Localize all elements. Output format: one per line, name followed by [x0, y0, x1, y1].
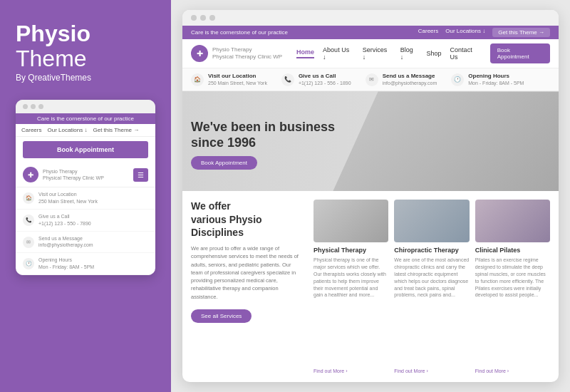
info-hours: 🕐 Opening Hours Mon - Friday: 8AM - 5PM — [451, 73, 524, 86]
nav-shop[interactable]: Shop — [427, 50, 442, 57]
desktop-browser-bar — [182, 10, 559, 26]
desktop-dot-3 — [209, 15, 215, 21]
dot-1 — [23, 104, 28, 109]
mobile-notice-bar: Care is the cornerstone of our practice — [16, 113, 155, 124]
desktop-dot-1 — [191, 15, 197, 21]
desktop-notice-links[interactable]: Careers Our Locations ↓ Get this Theme → — [418, 28, 550, 37]
service-text-0: Physical therapy is one of the major ser… — [314, 257, 388, 366]
content-heading: We offer various Physio Disciplines — [191, 200, 302, 239]
service-title-2: Clinical Pilates — [475, 247, 550, 254]
mobile-logo-row: ✚ Physio Therapy Physical Therapy Clinic… — [16, 163, 155, 187]
desktop-dot-2 — [200, 15, 206, 21]
desktop-logo-icon: ✚ — [191, 45, 208, 62]
nav-about[interactable]: About Us ↓ — [323, 46, 354, 61]
desktop-nav-links: Home About Us ↓ Services ↓ Blog ↓ Shop C… — [296, 43, 550, 63]
mobile-logo-text: Physio Therapy Physical Therapy Clinic W… — [43, 168, 104, 181]
desktop-logo: ✚ Physio Therapy Physical Therapy Clinic… — [191, 45, 282, 62]
left-panel: Physio Theme By QreativeThemes Care is t… — [0, 0, 171, 392]
service-card-0: Physical Therapy Physical therapy is one… — [314, 200, 388, 373]
desktop-main-content: We offer various Physio Disciplines We a… — [182, 191, 559, 382]
info-phone-text: Give us a Call +1(12) 123 - 556 - 1890 — [299, 73, 351, 86]
email-icon: ✉ — [23, 237, 34, 248]
desktop-notice-bar: Care is the cornerstone of our practice … — [182, 26, 559, 39]
service-img-2 — [475, 200, 550, 242]
location-icon: 🏠 — [23, 192, 34, 204]
mobile-logo-left: ✚ Physio Therapy Physical Therapy Clinic… — [23, 167, 104, 182]
mobile-nav-locations[interactable]: Our Locations ↓ — [47, 127, 87, 133]
find-out-more-2[interactable]: Find out More › — [475, 368, 550, 373]
find-out-more-0[interactable]: Find out More › — [314, 368, 388, 373]
desktop-book-button[interactable]: Book Appointment — [490, 43, 550, 63]
brand-byline: By QreativeThemes — [16, 73, 155, 83]
mobile-info-location: 🏠 Visit our Location 250 Main Street, Ne… — [16, 187, 155, 210]
info-hours-icon: 🕐 — [451, 73, 464, 86]
mobile-top-bar — [16, 100, 155, 113]
find-out-more-1[interactable]: Find out More › — [394, 368, 469, 373]
brand-block: Physio Theme By QreativeThemes — [16, 21, 155, 90]
phone-icon: 📞 — [23, 215, 34, 226]
hero-heading: We've been in business since 1996 — [191, 120, 335, 150]
desktop-notice-text: Care is the cornerstone of our practice — [191, 29, 288, 36]
hero-book-button[interactable]: Book Appointment — [191, 156, 257, 170]
desktop-info-bar: 🏠 Visit our Location 250 Main Street, Ne… — [182, 68, 559, 91]
service-card-1: Chiropractic Therapy We are one of the m… — [394, 200, 469, 373]
mobile-nav-bar[interactable]: Careers Our Locations ↓ Get this Theme → — [16, 124, 155, 137]
mobile-book-button[interactable]: Book Appointment — [23, 141, 148, 158]
info-location-text: Visit our Location 250 Main Street, New … — [208, 73, 267, 86]
desktop-hero: We've been in business since 1996 Book A… — [182, 91, 559, 191]
brand-title: Physio Theme — [16, 21, 155, 71]
content-left: We offer various Physio Disciplines We a… — [182, 191, 311, 382]
mobile-nav-careers[interactable]: Careers — [21, 127, 41, 133]
info-phone: 📞 Give us a Call +1(12) 123 - 556 - 1890 — [281, 73, 351, 86]
email-text: Send us a Message info@physiotherapy.com — [38, 235, 93, 249]
mobile-hamburger-icon[interactable]: ☰ — [133, 168, 148, 182]
mobile-info-email: ✉ Send us a Message info@physiotherapy.c… — [16, 232, 155, 254]
right-panel: Care is the cornerstone of our practice … — [171, 0, 570, 392]
mobile-info-hours: 🕐 Opening Hours Mon - Friday: 8AM - 5PM — [16, 253, 155, 275]
desktop-nav: ✚ Physio Therapy Physical Therapy Clinic… — [182, 39, 559, 68]
dot-3 — [38, 104, 43, 109]
service-img-1 — [394, 200, 469, 242]
clock-icon: 🕐 — [23, 258, 34, 269]
service-text-1: We are one of the most advanced chiropra… — [394, 257, 469, 366]
notice-careers[interactable]: Careers — [418, 28, 438, 37]
hero-text: We've been in business since 1996 Book A… — [191, 120, 335, 170]
service-cards: Physical Therapy Physical therapy is one… — [311, 191, 559, 382]
nav-contact[interactable]: Contact Us — [450, 46, 482, 61]
dot-2 — [31, 104, 36, 109]
service-text-2: Pilates is an exercise regime designed t… — [475, 257, 550, 366]
info-email: ✉ Send us a Message info@physiotherapy.c… — [366, 73, 437, 86]
mobile-info-phone: 📞 Give us a Call +1(12) 123 - 550 - 7890 — [16, 210, 155, 232]
content-description: We are proud to offer a wide range of co… — [191, 244, 302, 301]
info-location-icon: 🏠 — [191, 73, 204, 86]
phone-text: Give us a Call +1(12) 123 - 550 - 7890 — [38, 213, 91, 227]
service-title-0: Physical Therapy — [314, 247, 388, 254]
nav-services[interactable]: Services ↓ — [363, 46, 392, 61]
service-title-1: Chiropractic Therapy — [394, 247, 469, 254]
info-location: 🏠 Visit our Location 250 Main Street, Ne… — [191, 73, 267, 86]
nav-blog[interactable]: Blog ↓ — [400, 46, 418, 61]
desktop-mockup: Care is the cornerstone of our practice … — [182, 10, 559, 382]
desktop-logo-text: Physio Therapy Physical Therapy Clinic W… — [212, 46, 282, 61]
hours-text: Opening Hours Mon - Friday: 8AM - 5PM — [38, 257, 94, 271]
mobile-mockup: Care is the cornerstone of our practice … — [16, 100, 155, 274]
service-card-2: Clinical Pilates Pilates is an exercise … — [475, 200, 550, 373]
service-img-0 — [314, 200, 388, 242]
see-services-button[interactable]: See all Services — [191, 309, 252, 323]
location-text: Visit our Location 250 Main Street, New … — [38, 191, 98, 205]
info-email-text: Send us a Message info@physiotherapy.com — [383, 73, 437, 86]
get-theme-button[interactable]: Get this Theme → — [492, 28, 550, 37]
notice-locations[interactable]: Our Locations ↓ — [445, 28, 485, 37]
info-hours-text: Opening Hours Mon - Friday: 8AM - 5PM — [468, 73, 524, 86]
hero-background — [333, 91, 559, 191]
info-phone-icon: 📞 — [281, 73, 294, 86]
mobile-nav-theme[interactable]: Get this Theme → — [93, 127, 139, 133]
info-email-icon: ✉ — [366, 73, 378, 86]
mobile-logo-icon: ✚ — [23, 167, 38, 182]
nav-home[interactable]: Home — [296, 48, 314, 58]
